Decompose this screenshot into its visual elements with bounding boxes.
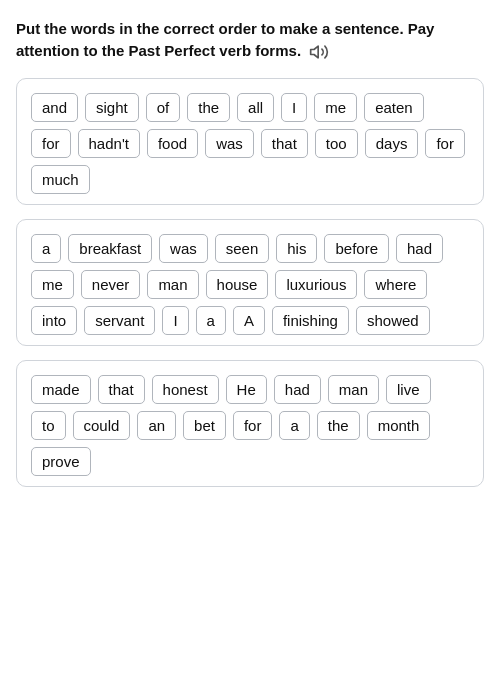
word-chip[interactable]: house <box>206 270 269 299</box>
word-chip[interactable]: too <box>315 129 358 158</box>
word-chip[interactable]: was <box>159 234 208 263</box>
word-chip[interactable]: a <box>196 306 226 335</box>
word-chip[interactable]: that <box>261 129 308 158</box>
word-chip[interactable]: breakfast <box>68 234 152 263</box>
word-chip[interactable]: never <box>81 270 141 299</box>
svg-marker-0 <box>311 46 319 58</box>
word-chip[interactable]: the <box>317 411 360 440</box>
word-chip[interactable]: A <box>233 306 265 335</box>
word-chip[interactable]: for <box>31 129 71 158</box>
word-chip[interactable]: before <box>324 234 389 263</box>
word-chip[interactable]: servant <box>84 306 155 335</box>
word-chip[interactable]: a <box>279 411 309 440</box>
word-chip[interactable]: into <box>31 306 77 335</box>
word-chip[interactable]: bet <box>183 411 226 440</box>
word-grid-2: abreakfastwasseenhisbeforehadmenevermanh… <box>31 234 469 335</box>
word-chip[interactable]: an <box>137 411 176 440</box>
word-chip[interactable]: honest <box>152 375 219 404</box>
word-chip[interactable]: to <box>31 411 66 440</box>
word-chip[interactable]: was <box>205 129 254 158</box>
word-chip[interactable]: seen <box>215 234 270 263</box>
word-chip[interactable]: had <box>396 234 443 263</box>
word-chip[interactable]: He <box>226 375 267 404</box>
word-chip[interactable]: all <box>237 93 274 122</box>
word-chip[interactable]: of <box>146 93 181 122</box>
word-chip[interactable]: that <box>98 375 145 404</box>
word-chip[interactable]: finishing <box>272 306 349 335</box>
word-chip[interactable]: the <box>187 93 230 122</box>
word-chip[interactable]: me <box>31 270 74 299</box>
word-chip[interactable]: could <box>73 411 131 440</box>
word-chip[interactable]: days <box>365 129 419 158</box>
word-chip[interactable]: where <box>364 270 427 299</box>
word-chip[interactable]: and <box>31 93 78 122</box>
word-chip[interactable]: food <box>147 129 198 158</box>
word-chip[interactable]: month <box>367 411 431 440</box>
word-chip[interactable]: me <box>314 93 357 122</box>
word-chip[interactable]: much <box>31 165 90 194</box>
word-chip[interactable]: luxurious <box>275 270 357 299</box>
word-chip[interactable]: sight <box>85 93 139 122</box>
word-chip[interactable]: I <box>162 306 188 335</box>
word-grid-1: andsightoftheallImeeatenforhadn'tfoodwas… <box>31 93 469 194</box>
word-chip[interactable]: hadn't <box>78 129 140 158</box>
word-chip[interactable]: I <box>281 93 307 122</box>
exercise-block-2: abreakfastwasseenhisbeforehadmenevermanh… <box>16 219 484 346</box>
speaker-icon[interactable] <box>309 42 329 62</box>
word-chip[interactable]: prove <box>31 447 91 476</box>
word-chip[interactable]: for <box>425 129 465 158</box>
instructions-text: Put the words in the correct order to ma… <box>16 18 484 62</box>
word-chip[interactable]: man <box>328 375 379 404</box>
word-chip[interactable]: a <box>31 234 61 263</box>
word-chip[interactable]: made <box>31 375 91 404</box>
word-chip[interactable]: for <box>233 411 273 440</box>
word-grid-3: madethathonestHehadmanlivetocouldanbetfo… <box>31 375 469 476</box>
word-chip[interactable]: showed <box>356 306 430 335</box>
exercise-block-1: andsightoftheallImeeatenforhadn'tfoodwas… <box>16 78 484 205</box>
word-chip[interactable]: had <box>274 375 321 404</box>
word-chip[interactable]: his <box>276 234 317 263</box>
word-chip[interactable]: man <box>147 270 198 299</box>
word-chip[interactable]: live <box>386 375 431 404</box>
exercise-block-3: madethathonestHehadmanlivetocouldanbetfo… <box>16 360 484 487</box>
word-chip[interactable]: eaten <box>364 93 424 122</box>
